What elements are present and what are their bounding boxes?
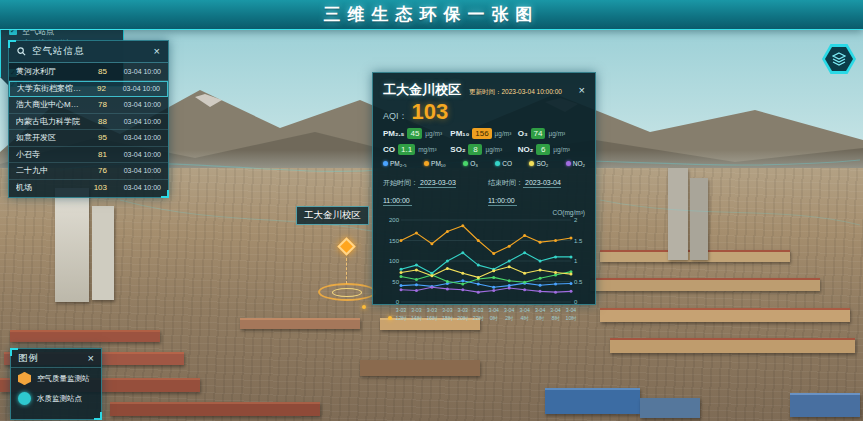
corner-accent [94,412,102,420]
update-time: 更新时间：2023-03-04 10:00:00 [469,88,571,97]
legend-item-label: 水质监测站点 [37,394,82,404]
station-row[interactable]: 机场10303-04 10:00 [9,180,168,197]
page-title: 三维生态环保一张图 [324,3,540,26]
white-tower-building [55,188,89,302]
svg-text:50: 50 [392,279,399,285]
station-row[interactable]: 如意开发区9503-04 10:00 [9,130,168,147]
svg-text:3-04: 3-04 [550,307,560,313]
chart-legend-item[interactable]: PM₂.₅ [383,160,407,167]
station-row[interactable]: 黄河水利厅8503-04 10:00 [9,64,168,81]
station-row[interactable]: 浩大商业中心MALL7803-04 10:00 [9,97,168,114]
svg-text:14时: 14时 [411,315,423,321]
pollutant-cell: NO₂6µg/m³ [518,144,585,155]
pollutant-grid: PM₂.₅45µg/m³PM₁₀156µg/m³O₃74µg/m³CO1.1mg… [383,128,585,155]
pollutant-value-badge: 1.1 [398,144,415,155]
svg-text:10时: 10时 [566,315,578,321]
apartment-row [110,402,320,416]
station-update-time: 03-04 10:00 [110,85,160,92]
chart-legend-item[interactable]: PM₁₀ [424,160,446,167]
marker-halo-ring-inner [332,288,362,297]
station-map-label[interactable]: 工大金川校区 [296,206,369,225]
legend-panel-header: 图例 × [11,349,101,368]
svg-text:3-04: 3-04 [489,307,499,313]
station-aqi-value: 85 [87,67,107,76]
popup-title: 工大金川校区 [383,81,461,99]
aqi-label: AQI： [383,110,408,123]
station-aqi-value: 92 [86,84,106,93]
svg-text:0: 0 [574,299,578,305]
update-time-value: 2023-03-04 10:00:00 [502,88,562,95]
blue-roof-warehouse [545,388,640,414]
right-axis-label: CO(mg/m³) [383,209,585,216]
app-root: 三维生态环保一张图 空气站信息 × 黄河水利厅8503-04 10:00大学东街… [0,0,863,421]
chart-legend-item[interactable]: CO [495,160,512,167]
legend-series-label: PM₂.₅ [390,160,407,167]
industrial-building [360,360,480,376]
svg-text:3-03: 3-03 [427,307,437,313]
pollutant-name: O₃ [518,129,528,138]
pollutant-unit: µg/m³ [425,130,442,137]
chart-legend: PM₂.₅PM₁₀O₃COSO₂NO₂ [383,160,585,167]
legend-series-label: SO₂ [536,160,548,167]
svg-text:3-04: 3-04 [535,307,545,313]
legend-item-label: 空气质量监测站 [37,374,90,384]
station-detail-popup: 工大金川校区 更新时间：2023-03-04 10:00:00 × AQI： 1… [372,72,596,305]
station-aqi-value: 81 [87,150,107,159]
station-aqi-value: 103 [87,183,107,192]
station-update-time: 03-04 10:00 [111,101,161,108]
pollutant-value-badge: 156 [472,128,491,139]
chart-legend-item[interactable]: O₃ [463,160,478,167]
legend-item: 空气质量监测站 [18,372,94,385]
station-row[interactable]: 内蒙古电力科学院8803-04 10:00 [9,114,168,131]
legend-series-label: NO₂ [573,160,585,167]
station-row[interactable]: 二十九中7603-04 10:00 [9,163,168,180]
pollutant-unit: mg/m³ [418,146,436,153]
station-aqi-value: 95 [87,133,107,142]
station-aqi-value: 78 [87,100,107,109]
pollutant-name: CO [383,145,395,154]
svg-text:1: 1 [574,258,578,264]
svg-text:4时: 4时 [521,315,530,321]
station-panel-title: 空气站信息 [32,45,148,58]
legend-item: 水质监测站点 [18,392,94,405]
svg-text:0.5: 0.5 [574,279,583,285]
pollutant-value-badge: 74 [531,128,546,139]
pollutant-cell: O₃74µg/m³ [518,128,585,139]
hexagon-frame [822,44,856,74]
legend-panel-title: 图例 [18,352,88,365]
svg-text:0时: 0时 [490,315,499,321]
pollutant-name: SO₂ [450,145,465,154]
water-station-marker-icon [18,392,31,405]
aqi-readout: AQI： 103 [383,101,585,123]
apartment-row [610,338,855,353]
close-icon[interactable]: × [88,353,94,364]
svg-text:2时: 2时 [505,315,514,321]
svg-text:3-04: 3-04 [504,307,514,313]
svg-text:6时: 6时 [536,315,545,321]
station-row[interactable]: 大学东街档案馆西侧9203-04 10:00 [9,81,168,98]
station-row[interactable]: 小召寺8103-04 10:00 [9,147,168,164]
station-name: 黄河水利厅 [16,66,83,77]
svg-text:1.5: 1.5 [574,238,583,244]
legend-color-dot [424,161,429,166]
pollutant-cell: CO1.1mg/m³ [383,144,450,155]
station-aqi-value: 76 [87,166,107,175]
apartment-row [600,308,850,322]
chart-legend-item[interactable]: SO₂ [529,160,548,167]
time-range-controls: 开始时间：2023-03-03 11:00:00 结束时间：2023-03-04… [383,171,585,207]
station-update-time: 03-04 10:00 [111,151,161,158]
chart-legend-item[interactable]: NO₂ [566,160,585,167]
close-icon[interactable]: × [154,46,160,57]
station-name: 二十九中 [16,165,83,176]
station-update-time: 03-04 10:00 [111,184,161,191]
legend-color-dot [495,161,500,166]
svg-text:12时: 12时 [396,315,408,321]
blue-roof-warehouse [640,398,700,418]
close-icon[interactable]: × [579,85,585,96]
station-update-time: 03-04 10:00 [111,68,161,75]
apartment-row [240,318,360,329]
svg-text:8时: 8时 [552,315,561,321]
corner-accent [161,190,169,198]
layers-hexagon-button[interactable] [822,44,856,74]
map-legend-list: 空气质量监测站水质监测站点 [11,368,101,409]
